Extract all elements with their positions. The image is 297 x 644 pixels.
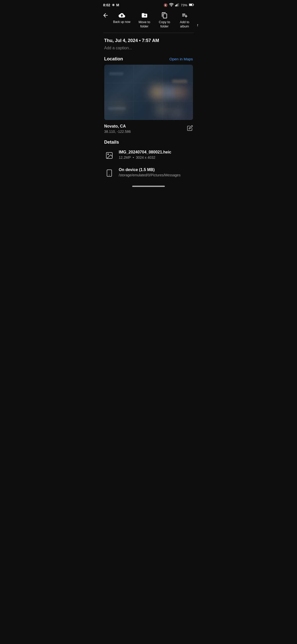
mute-icon: 🔇 (164, 3, 168, 7)
status-left: 8:02 ✳ M (103, 3, 119, 7)
image-file-icon (104, 150, 114, 160)
main-content: Thu, Jul 4, 2024 • 7:57 AM Add a caption… (99, 33, 198, 178)
status-right: 🔇 73% (164, 3, 194, 7)
file-name: IMG_20240704_080021.heic (119, 150, 171, 154)
storage-label: On device (1.5 MB) (119, 168, 181, 172)
gmail-icon: M (116, 3, 119, 7)
back-button[interactable] (99, 11, 112, 20)
status-time: 8:02 (103, 3, 110, 7)
backup-label: Back up now (113, 20, 130, 24)
copy-to-folder-label: Copy to folder (157, 20, 172, 29)
delete-device-label: Delete from devi (197, 20, 198, 27)
location-info: Novato, CA 38.110, -122.586 (104, 124, 193, 134)
svg-rect-4 (178, 3, 178, 6)
svg-point-10 (108, 154, 109, 155)
home-indicator[interactable] (132, 186, 165, 187)
fan-icon: ✳ (112, 3, 115, 7)
file-meta: 12.2MP • 3024 x 4032 (119, 155, 171, 159)
location-title: Location (104, 56, 123, 62)
status-bar: 8:02 ✳ M 🔇 73% (99, 0, 198, 9)
device-storage-icon (104, 168, 114, 178)
move-to-folder-button[interactable]: Move to folder (134, 11, 155, 30)
location-coordinates: 38.110, -122.586 (104, 130, 131, 134)
photo-date: Thu, Jul 4, 2024 • 7:57 AM (104, 38, 193, 43)
svg-rect-7 (193, 4, 194, 5)
copy-to-folder-button[interactable]: Copy to folder (155, 11, 175, 30)
svg-rect-3 (177, 4, 177, 6)
edit-location-button[interactable] (187, 125, 193, 132)
wifi-icon (169, 3, 174, 7)
add-to-album-label: Add to album (177, 20, 192, 29)
file-detail-item: IMG_20240704_080021.heic 12.2MP • 3024 x… (104, 150, 193, 160)
storage-detail-text: On device (1.5 MB) /storage/emulated/0/P… (119, 168, 181, 177)
svg-rect-2 (176, 5, 177, 6)
details-title: Details (104, 140, 193, 145)
location-name: Novato, CA (104, 124, 131, 129)
open-in-maps-button[interactable]: Open in Maps (169, 57, 193, 61)
location-section-header: Location Open in Maps (104, 56, 193, 62)
move-to-folder-label: Move to folder (137, 20, 152, 29)
battery-icon (189, 3, 194, 7)
caption-field[interactable]: Add a caption... (104, 46, 193, 50)
storage-detail-item: On device (1.5 MB) /storage/emulated/0/P… (104, 168, 193, 178)
file-detail-text: IMG_20240704_080021.heic 12.2MP • 3024 x… (119, 150, 171, 159)
backup-now-button[interactable]: Back up now (111, 11, 133, 25)
svg-rect-5 (178, 3, 179, 6)
battery-percentage: 73% (181, 3, 187, 7)
toolbar: Back up now Move to folder Copy to folde… (99, 9, 198, 33)
svg-point-0 (171, 6, 172, 7)
svg-rect-8 (189, 4, 192, 6)
signal-icon (175, 3, 179, 7)
location-text: Novato, CA 38.110, -122.586 (104, 124, 131, 134)
delete-device-button[interactable]: Delete from devi (195, 11, 198, 28)
svg-rect-1 (175, 5, 176, 6)
storage-path: /storage/emulated/0/Pictures/Messages (119, 173, 181, 177)
add-to-album-button[interactable]: Add to album (175, 11, 195, 30)
map-view[interactable] (104, 65, 193, 120)
